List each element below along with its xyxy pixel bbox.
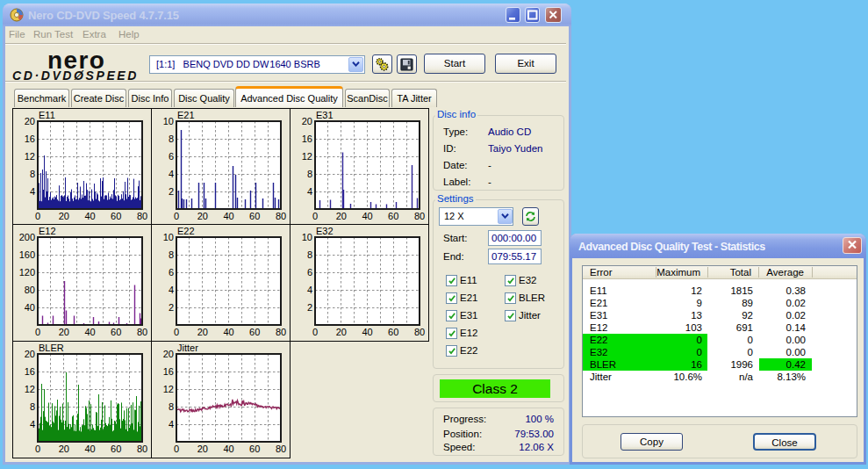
svg-text:40: 40 (223, 444, 233, 454)
svg-text:20: 20 (302, 116, 312, 126)
svg-text:10: 10 (302, 232, 312, 242)
svg-text:0: 0 (174, 327, 179, 337)
svg-text:20: 20 (25, 116, 35, 126)
svg-text:6: 6 (169, 267, 174, 278)
svg-text:80: 80 (276, 327, 286, 337)
svg-text:4: 4 (169, 169, 174, 179)
svg-text:4: 4 (30, 419, 35, 429)
svg-text:8: 8 (169, 133, 174, 144)
svg-text:E12: E12 (39, 226, 56, 236)
svg-text:40: 40 (84, 444, 95, 454)
svg-text:2: 2 (169, 302, 174, 313)
svg-text:0: 0 (35, 211, 40, 221)
svg-text:20: 20 (197, 211, 208, 221)
svg-text:E22: E22 (177, 226, 195, 236)
svg-text:20: 20 (336, 211, 347, 221)
svg-text:12: 12 (25, 151, 35, 162)
svg-text:40: 40 (362, 211, 372, 221)
svg-text:0: 0 (174, 211, 179, 221)
svg-text:E11: E11 (39, 110, 55, 120)
svg-text:60: 60 (388, 327, 398, 337)
svg-text:40: 40 (223, 211, 233, 221)
svg-text:2: 2 (169, 186, 174, 197)
svg-text:80: 80 (276, 211, 286, 221)
svg-text:4: 4 (169, 419, 174, 429)
svg-text:E31: E31 (316, 110, 334, 120)
svg-text:4: 4 (169, 285, 174, 295)
svg-text:20: 20 (197, 327, 208, 337)
svg-text:160: 160 (19, 249, 35, 260)
svg-text:60: 60 (249, 444, 260, 454)
svg-text:120: 120 (19, 267, 35, 278)
svg-text:8: 8 (169, 401, 174, 412)
svg-text:0: 0 (312, 327, 318, 337)
svg-text:80: 80 (137, 327, 147, 337)
svg-text:E21: E21 (177, 110, 195, 120)
svg-text:20: 20 (163, 349, 174, 359)
svg-text:Jitter: Jitter (177, 343, 198, 353)
svg-text:40: 40 (25, 302, 35, 313)
svg-text:20: 20 (59, 211, 69, 221)
svg-text:40: 40 (362, 327, 372, 337)
svg-text:12: 12 (25, 384, 35, 394)
svg-text:40: 40 (223, 327, 233, 337)
svg-text:20: 20 (59, 444, 69, 454)
svg-text:8: 8 (307, 169, 312, 179)
svg-text:4: 4 (307, 186, 312, 197)
svg-text:12: 12 (163, 384, 174, 394)
svg-text:16: 16 (25, 133, 35, 144)
svg-text:80: 80 (137, 444, 147, 454)
svg-text:16: 16 (302, 133, 312, 144)
svg-text:8: 8 (169, 249, 174, 260)
svg-text:6: 6 (169, 151, 174, 162)
svg-text:40: 40 (84, 211, 95, 221)
svg-text:60: 60 (249, 211, 260, 221)
svg-text:60: 60 (111, 444, 121, 454)
svg-text:20: 20 (25, 349, 35, 359)
svg-text:4: 4 (307, 285, 312, 295)
svg-text:60: 60 (111, 211, 121, 221)
svg-text:10: 10 (163, 116, 174, 126)
svg-text:20: 20 (197, 444, 208, 454)
svg-text:40: 40 (84, 327, 95, 337)
svg-text:80: 80 (25, 285, 35, 295)
svg-text:80: 80 (414, 211, 425, 221)
svg-text:60: 60 (111, 327, 121, 337)
svg-text:16: 16 (163, 366, 174, 377)
svg-text:60: 60 (388, 211, 398, 221)
svg-text:60: 60 (249, 327, 260, 337)
svg-text:80: 80 (414, 327, 425, 337)
svg-text:20: 20 (59, 327, 69, 337)
svg-text:10: 10 (163, 232, 174, 242)
svg-text:16: 16 (25, 366, 35, 377)
svg-text:8: 8 (307, 249, 312, 260)
svg-text:4: 4 (30, 186, 35, 197)
svg-text:0: 0 (35, 444, 40, 454)
svg-text:80: 80 (276, 444, 286, 454)
svg-text:200: 200 (19, 232, 35, 242)
svg-text:20: 20 (336, 327, 347, 337)
svg-text:8: 8 (30, 401, 35, 412)
svg-text:80: 80 (137, 211, 147, 221)
svg-text:0: 0 (35, 327, 40, 337)
svg-text:0: 0 (312, 211, 318, 221)
svg-text:8: 8 (30, 169, 35, 179)
svg-text:6: 6 (307, 267, 312, 278)
svg-text:BLER: BLER (39, 343, 64, 353)
svg-text:E32: E32 (316, 226, 334, 236)
svg-text:2: 2 (307, 302, 312, 313)
svg-text:12: 12 (302, 151, 312, 162)
svg-text:0: 0 (174, 444, 179, 454)
